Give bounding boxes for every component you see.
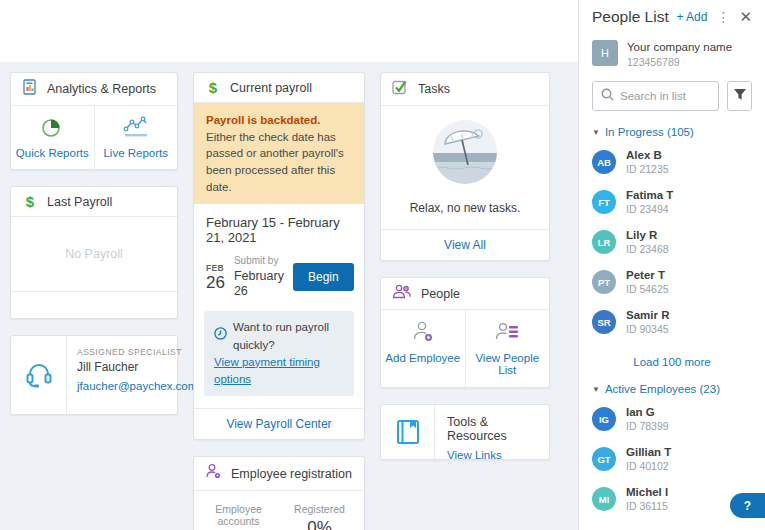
avatar: FT: [592, 190, 616, 214]
quick-reports-label: Quick Reports: [13, 147, 92, 159]
chevron-down-icon: ▼: [592, 128, 600, 137]
filter-funnel-icon: [733, 88, 747, 104]
add-employee-button[interactable]: Add Employee: [381, 310, 465, 387]
last-payroll-title: Last Payroll: [47, 195, 112, 209]
person-id: ID 23494: [626, 203, 673, 216]
person-list-icon: [494, 330, 520, 347]
person-row[interactable]: FT Fatima T ID 23494: [592, 182, 752, 222]
column-3: Tasks: [380, 72, 550, 460]
add-person-link[interactable]: + Add: [676, 10, 707, 24]
kebab-menu-icon[interactable]: ⋮: [716, 9, 730, 25]
backdated-warning: Payroll is backdated. Either the check d…: [194, 103, 364, 204]
company-row: H Your company name 123456789: [592, 40, 752, 68]
avatar: AB: [592, 150, 616, 174]
avatar: GT: [592, 447, 616, 471]
backdated-warning-body: Either the check date has passed or anot…: [206, 131, 344, 193]
person-row[interactable]: MI Michel I ID 36115: [592, 479, 752, 519]
person-name: Alex B: [626, 148, 669, 162]
live-reports-label: Live Reports: [97, 147, 176, 159]
person-id: ID 36115: [626, 500, 668, 513]
book-icon: [381, 405, 435, 459]
tools-resources-card: Tools & Resources View Links: [380, 404, 550, 460]
employee-registration-title: Employee registration: [231, 467, 352, 481]
tasks-body: Relax, no new tasks.: [381, 106, 549, 229]
begin-button[interactable]: Begin: [293, 263, 354, 291]
chevron-down-icon: ▼: [592, 385, 600, 394]
submit-row: FEB 26 Submit by February 26 Begin: [194, 251, 364, 309]
dashboard-grid: Analytics & Reports Quick Reports: [0, 62, 578, 530]
person-id: ID 78399: [626, 420, 669, 433]
tasks-title: Tasks: [418, 82, 450, 96]
payroll-period: February 15 - February 21, 2021: [194, 204, 364, 251]
employee-registration-header: Employee registration: [194, 457, 364, 491]
analytics-card-body: Quick Reports Live Reports: [11, 106, 177, 169]
last-payroll-card: $ Last Payroll No Payroll: [10, 186, 178, 319]
view-all-link[interactable]: View All: [444, 238, 486, 252]
specialist-label: ASSIGNED SPECIALIST: [77, 347, 197, 357]
people-icon: [392, 284, 412, 303]
help-button[interactable]: ?: [730, 493, 765, 518]
person-row[interactable]: SR Samir R ID 90345: [592, 302, 752, 342]
person-row[interactable]: PT Peter T ID 54625: [592, 262, 752, 302]
clock-icon: [214, 327, 227, 345]
payroll-tip-box: Want to run payroll quickly? View paymen…: [204, 311, 354, 396]
analytics-card-title: Analytics & Reports: [47, 82, 156, 96]
view-payroll-center-link[interactable]: View Payroll Center: [226, 417, 331, 431]
filter-button[interactable]: [727, 81, 752, 111]
dashboard-main: Analytics & Reports Quick Reports: [0, 0, 578, 530]
view-people-list-button[interactable]: View People List: [465, 310, 550, 387]
section-in-progress[interactable]: ▼ In Progress (105): [592, 126, 752, 138]
person-id: ID 90345: [626, 323, 669, 336]
live-reports-button[interactable]: Live Reports: [94, 106, 178, 169]
employee-accounts-stat: Employee accounts 0/23: [198, 503, 279, 530]
company-info: Your company name 123456789: [627, 40, 732, 68]
last-payroll-footer: [11, 291, 177, 318]
avatar: LR: [592, 230, 616, 254]
specialist-email-link[interactable]: jfaucher@paychex.com: [77, 380, 197, 392]
person-row[interactable]: AB Alex B ID 21235: [592, 142, 752, 182]
search-box[interactable]: [592, 81, 719, 111]
payment-timing-link[interactable]: View payment timing options: [214, 356, 320, 385]
person-row[interactable]: LR Lily R ID 23468: [592, 222, 752, 262]
close-icon[interactable]: ✕: [739, 8, 752, 26]
line-chart-icon: [123, 125, 149, 142]
person-name: Michel I: [626, 485, 668, 499]
person-name: Samir R: [626, 308, 669, 322]
dollar-icon: $: [205, 79, 221, 96]
quick-reports-button[interactable]: Quick Reports: [11, 106, 94, 169]
people-actions: Add Employee View People List: [381, 310, 549, 387]
person-row[interactable]: GT Gillian T ID 40102: [592, 439, 752, 479]
avatar: MI: [592, 487, 616, 511]
last-payroll-empty-state: No Payroll: [11, 217, 177, 291]
tools-title: Tools & Resources: [447, 415, 537, 443]
company-name: Your company name: [627, 41, 732, 53]
tools-text: Tools & Resources View Links: [435, 405, 549, 459]
person-id: ID 40102: [626, 460, 671, 473]
view-links-link[interactable]: View Links: [447, 449, 502, 461]
checkbox-check-icon: [392, 79, 409, 99]
current-payroll-header: $ Current payroll: [194, 73, 364, 103]
avatar: SR: [592, 310, 616, 334]
submit-by-label: Submit by: [234, 255, 284, 267]
calendar-day: 26: [206, 274, 225, 291]
dollar-icon: $: [22, 193, 38, 210]
view-people-list-label: View People List: [468, 352, 548, 376]
person-name: Ian G: [626, 405, 669, 419]
column-2: $ Current payroll Payroll is backdated. …: [193, 72, 365, 530]
load-more-link[interactable]: Load 100 more: [592, 356, 752, 368]
tasks-header: Tasks: [381, 73, 549, 106]
pie-chart-icon: [40, 125, 64, 142]
person-name: Peter T: [626, 268, 669, 282]
search-input[interactable]: [620, 90, 710, 102]
section-active-employees[interactable]: ▼ Active Employees (23): [592, 383, 752, 395]
assigned-specialist-card: ASSIGNED SPECIALIST Jill Faucher jfauche…: [10, 335, 178, 415]
person-id: ID 21235: [626, 163, 669, 176]
search-icon: [601, 87, 614, 105]
beach-illustration: [432, 171, 498, 188]
person-name: Gillian T: [626, 445, 671, 459]
tasks-footer: View All: [381, 229, 549, 260]
current-payroll-card: $ Current payroll Payroll is backdated. …: [193, 72, 365, 440]
search-row: [592, 81, 752, 111]
person-row[interactable]: IG Ian G ID 78399: [592, 399, 752, 439]
submit-by-date: February 26: [234, 269, 284, 299]
